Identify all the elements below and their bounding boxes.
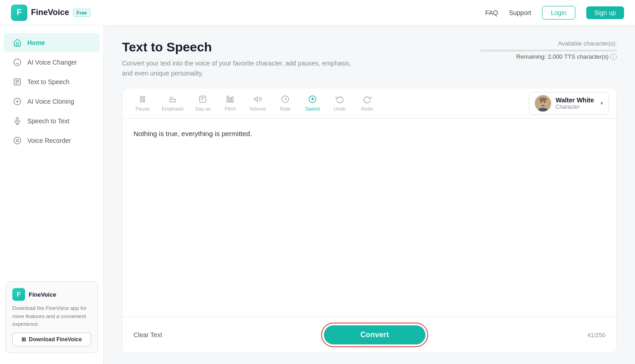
toolbar-buttons: Pause Emphasis (130, 92, 527, 114)
svg-point-0 (14, 59, 21, 66)
ai-voice-changer-icon (13, 58, 22, 67)
chevron-down-icon: ▾ (600, 100, 603, 106)
char-count: 41/250 (587, 332, 605, 339)
say-as-icon (199, 95, 207, 105)
chars-info-area: Available character(s): Remaining: 2,000… (480, 40, 617, 60)
promo-header: F FineVoice (12, 288, 91, 301)
sidebar-item-label: Speech to Text (27, 117, 69, 125)
svg-rect-25 (230, 97, 231, 102)
sidebar-item-ai-voice-changer[interactable]: AI Voice Changer (4, 53, 100, 72)
ai-voice-cloning-icon (13, 97, 22, 106)
undo-icon (336, 95, 344, 105)
emphasis-label: Emphasis (162, 106, 184, 111)
volume-button[interactable]: Volume (245, 92, 271, 114)
svg-point-30 (312, 98, 313, 100)
emphasis-icon (169, 95, 177, 105)
volume-label: Volume (249, 106, 266, 111)
undo-button[interactable]: Undo (327, 92, 353, 114)
svg-rect-13 (141, 96, 142, 102)
sidebar-item-voice-recorder[interactable]: Voice Recorder (4, 131, 100, 150)
redo-label: Redo (361, 106, 373, 111)
windows-icon: ⊞ (21, 336, 26, 343)
editor-text[interactable]: Nothing is true, everything is permitted… (133, 128, 605, 140)
rate-button[interactable]: Rate (272, 92, 298, 114)
rate-label: Rate (280, 106, 290, 111)
sidebar-item-speech-to-text[interactable]: Speech to Text (4, 111, 100, 131)
convert-button-wrapper: Convert (321, 323, 428, 347)
svg-rect-8 (16, 118, 19, 121)
main-content: Text to Speech Convert your text into th… (104, 25, 635, 364)
undo-label: Undo (334, 106, 346, 111)
svg-point-33 (538, 101, 540, 104)
editor-toolbar: Pause Emphasis (123, 88, 616, 119)
voice-avatar (535, 95, 551, 111)
speed-button[interactable]: Speed (300, 92, 325, 114)
download-button-label: Download FineVoice (29, 336, 82, 343)
svg-marker-27 (254, 97, 257, 102)
page-subtitle: Convert your text into the voice of your… (122, 58, 359, 79)
signup-button[interactable]: Sign up (586, 6, 624, 19)
svg-point-37 (544, 101, 545, 103)
svg-line-18 (170, 98, 171, 99)
editor-bottom-bar: Clear Text Convert 41/250 (123, 317, 616, 353)
emphasis-button[interactable]: Emphasis (157, 92, 188, 114)
svg-rect-20 (170, 99, 175, 102)
chars-remaining-text: Remaining: 2,000 TTS character(s) (516, 53, 609, 60)
say-as-button[interactable]: Say as (190, 92, 215, 114)
header-nav: FAQ Support Login Sign up (485, 6, 624, 20)
promo-title: FineVoice (29, 291, 56, 298)
sidebar-item-label: Text to Speech (27, 78, 70, 86)
pitch-icon (226, 95, 234, 105)
svg-point-34 (546, 101, 548, 104)
faq-link[interactable]: FAQ (485, 9, 498, 16)
speech-to-text-icon (13, 116, 22, 126)
pitch-button[interactable]: Pitch (217, 92, 243, 114)
chars-progress-bar (480, 50, 617, 51)
page-title: Text to Speech (122, 40, 359, 55)
svg-line-19 (172, 98, 173, 99)
say-as-label: Say as (195, 106, 210, 111)
clear-text-button[interactable]: Clear Text (133, 331, 162, 339)
header-logo-area: F FineVoice Free (11, 5, 91, 21)
support-link[interactable]: Support (509, 9, 531, 16)
redo-icon (363, 95, 371, 105)
sidebar-item-label: AI Voice Changer (27, 59, 77, 66)
convert-button[interactable]: Convert (324, 325, 425, 344)
editor-card: Pause Emphasis (122, 88, 617, 353)
logo-icon: F (11, 5, 27, 21)
svg-point-11 (14, 137, 21, 144)
download-button[interactable]: ⊞ Download FineVoice (12, 333, 91, 346)
text-editor-area[interactable]: Nothing is true, everything is permitted… (123, 119, 616, 317)
svg-rect-39 (541, 105, 545, 106)
chars-remaining: Remaining: 2,000 TTS character(s) i (516, 53, 617, 60)
text-to-speech-icon (13, 77, 22, 86)
svg-point-38 (542, 103, 544, 105)
sidebar-item-text-to-speech[interactable]: Text to Speech (4, 72, 100, 91)
sidebar-item-ai-voice-cloning[interactable]: AI Voice Cloning (4, 92, 100, 111)
sidebar-item-label: Voice Recorder (27, 137, 71, 144)
speed-label: Speed (305, 106, 320, 111)
svg-rect-26 (232, 97, 233, 102)
chars-available-label: Available character(s): (558, 40, 617, 47)
info-icon[interactable]: i (610, 54, 617, 60)
login-button[interactable]: Login (542, 6, 575, 20)
voice-name: Walter White (556, 96, 594, 104)
pitch-label: Pitch (225, 106, 236, 111)
page-header-left: Text to Speech Convert your text into th… (122, 40, 359, 79)
sidebar-item-label: Home (27, 39, 45, 46)
pause-label: Pause (135, 106, 149, 111)
volume-icon (254, 95, 262, 105)
voice-role: Character (556, 104, 594, 110)
sidebar-item-label: AI Voice Cloning (27, 98, 74, 105)
voice-info: Walter White Character (556, 96, 594, 110)
rate-icon (281, 95, 289, 105)
main-layout: Home AI Voice Changer Text to Speech AI … (0, 25, 635, 364)
redo-button[interactable]: Redo (354, 92, 380, 114)
svg-point-35 (539, 97, 547, 102)
voice-selector[interactable]: Walter White Character ▾ (529, 92, 609, 115)
sidebar-item-home[interactable]: Home (4, 33, 100, 52)
pause-button[interactable]: Pause (130, 92, 155, 114)
speed-icon (308, 95, 317, 105)
promo-description: Download the FineVoice app for more feat… (12, 304, 91, 328)
pause-icon (138, 95, 147, 105)
